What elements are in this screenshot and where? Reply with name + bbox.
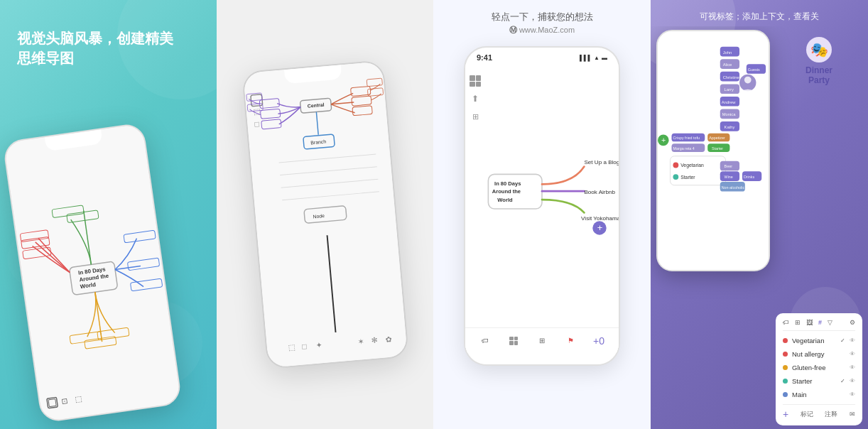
tag-row-starter: Starter ✓ 👁 (783, 374, 855, 388)
tag-dot-vegetarian (783, 338, 788, 343)
tag-check-vegetarian: ✓ (840, 337, 845, 344)
comment-label[interactable]: 注释 (825, 410, 837, 419)
tags-toolbar-gear[interactable]: ⚙ (850, 319, 855, 326)
tag-label-main: Main (792, 391, 807, 398)
phone-screen-2: ⬚ □ Central (243, 61, 408, 367)
phone-mockup-2: ⬚ □ Central (242, 60, 409, 369)
status-time: 9:41 (477, 53, 492, 62)
svg-text:Drinks: Drinks (744, 175, 755, 179)
svg-text:World: World (80, 281, 96, 290)
svg-line-36 (278, 154, 376, 163)
add-button[interactable]: + (783, 408, 788, 420)
panel-4-main: John Alice Christine Larry Andrew Monica… (651, 26, 868, 429)
tag-check-starter: ✓ (840, 378, 845, 384)
svg-rect-32 (367, 78, 382, 87)
svg-rect-26 (261, 119, 281, 129)
mindmap-svg-1: In 80 Days Around the World (4, 124, 180, 421)
svg-rect-30 (351, 96, 371, 106)
svg-text:Node: Node (313, 213, 325, 219)
svg-text:Alice: Alice (723, 63, 732, 67)
send-icon[interactable]: ✉ (850, 411, 855, 418)
svg-text:Around the: Around the (492, 188, 521, 195)
svg-line-39 (282, 192, 379, 200)
toolbar-grid-icon[interactable] (507, 335, 520, 347)
svg-text:Visit Yokohama: Visit Yokohama (581, 215, 619, 222)
svg-text:Appetizer: Appetizer (709, 136, 725, 140)
svg-rect-33 (367, 88, 383, 97)
dinner-party-label: DinnerParty (805, 65, 832, 86)
toolbar-plus-icon[interactable]: +0 (592, 335, 605, 347)
svg-text:⬚: ⬚ (75, 394, 83, 403)
svg-line-38 (281, 179, 378, 188)
phone-screen-1: In 80 Days Around the World (4, 124, 180, 421)
tag-eye-gluten[interactable]: 👁 (850, 364, 855, 371)
tag-dot-gluten (783, 365, 788, 370)
svg-rect-10 (70, 331, 102, 344)
toolbar-flag-icon[interactable]: ⚑ (564, 335, 577, 347)
tag-eye-vegetarian[interactable]: 👁 (850, 337, 855, 344)
tag-eye-nut[interactable]: 👁 (850, 351, 855, 357)
svg-text:✶: ✶ (357, 337, 364, 346)
panel-3-header: 轻点一下，捕获您的想法 Ⓜ www.MaoZ.com (433, 0, 651, 43)
svg-text:Crispy fried tofu: Crispy fried tofu (673, 136, 700, 140)
phone-screen-3: ⬆ ⊞ In 80 Days Around the World Set Up a… (465, 65, 619, 353)
svg-point-87 (673, 163, 678, 168)
phone-notch-3-inner (521, 48, 563, 59)
svg-rect-31 (352, 106, 371, 116)
watermark: Ⓜ www.MaoZ.com (447, 25, 636, 36)
note-label[interactable]: 标记 (801, 410, 813, 419)
tags-toolbar-filter[interactable]: ▽ (828, 319, 832, 326)
svg-rect-7 (124, 230, 156, 243)
tag-label-gluten: Gluten-free (792, 364, 826, 371)
toolbar-tag-icon[interactable]: 🏷 (479, 335, 492, 347)
panel-4: 可视标签；添加上下文，查看关 John Alice Christine Larr… (651, 0, 868, 429)
svg-text:Guests: Guests (748, 67, 760, 72)
tags-bottom-panel: 🏷 ⊞ 🖼 # ▽ ⚙ Vegetarian ✓ 👁 Nut allergy (776, 313, 862, 425)
svg-text:Starter: Starter (680, 175, 695, 180)
mindmap-svg-3: In 80 Days Around the World Set Up a Blo… (465, 65, 619, 353)
svg-text:Marga reta 4: Marga reta 4 (673, 146, 694, 151)
tags-toolbar-hash[interactable]: # (818, 319, 822, 326)
svg-text:Beer: Beer (725, 164, 733, 168)
tag-dot-main (783, 392, 788, 397)
tag-row-nut: Nut allergy 👁 (783, 347, 855, 361)
svg-text:⬚: ⬚ (253, 107, 261, 116)
phone-mockup-4: John Alice Christine Larry Andrew Monica… (656, 30, 770, 271)
tag-row-gluten: Gluten-free 👁 (783, 361, 855, 374)
svg-text:Non-alcoholic: Non-alcoholic (722, 185, 745, 190)
svg-text:Larry: Larry (725, 87, 734, 92)
panel-4-right: 🎭 DinnerParty 🏷 ⊞ 🖼 # ▽ ⚙ Vegetarian (776, 30, 862, 425)
panel-1-title: 视觉头脑风暴，创建精美 思维导图 (17, 28, 173, 68)
status-icons: ▌▌▌ ▲ ▬ (580, 55, 607, 61)
tags-toolbar-image[interactable]: 🖼 (806, 319, 813, 326)
svg-text:Monica: Monica (722, 112, 737, 116)
svg-text:✦: ✦ (315, 340, 322, 349)
svg-text:Andrew: Andrew (722, 100, 737, 104)
panel-3: 轻点一下，捕获您的想法 Ⓜ www.MaoZ.com 9:41 ▌▌▌ ▲ ▬ (433, 0, 651, 429)
svg-rect-29 (350, 86, 370, 96)
tag-eye-main[interactable]: 👁 (850, 391, 855, 398)
tag-row-vegetarian: Vegetarian ✓ 👁 (783, 334, 855, 347)
phone-toolbar-3: 🏷 ⊞ ⚑ +0 (465, 327, 619, 353)
tag-dot-nut (783, 352, 788, 357)
tag-label-starter: Starter (792, 377, 813, 385)
svg-text:Central: Central (307, 102, 324, 109)
signal-icon: ▌▌▌ (580, 55, 592, 61)
tag-dot-starter (783, 379, 788, 384)
svg-text:Christine: Christine (723, 75, 739, 80)
svg-line-37 (280, 167, 377, 175)
svg-text:Set Up a Blog: Set Up a Blog (584, 159, 619, 165)
panel-3-title: 轻点一下，捕获您的想法 (447, 11, 636, 23)
tag-eye-starter[interactable]: 👁 (850, 378, 855, 384)
tags-toolbar-tag[interactable]: 🏷 (783, 319, 789, 326)
tags-toolbar-grid[interactable]: ⊞ (795, 319, 801, 326)
phone4-svg: John Alice Christine Larry Andrew Monica… (658, 31, 769, 270)
svg-rect-25 (260, 109, 280, 119)
bottom-add-row: + 标记 注释 ✉ (783, 404, 855, 420)
toolbar-image-icon[interactable]: ⊞ (536, 335, 548, 347)
svg-text:Branch: Branch (310, 139, 326, 146)
wifi-icon: ▲ (594, 55, 600, 61)
svg-line-42 (327, 235, 335, 332)
svg-text:Wine: Wine (725, 175, 733, 179)
svg-text:□: □ (254, 119, 259, 129)
